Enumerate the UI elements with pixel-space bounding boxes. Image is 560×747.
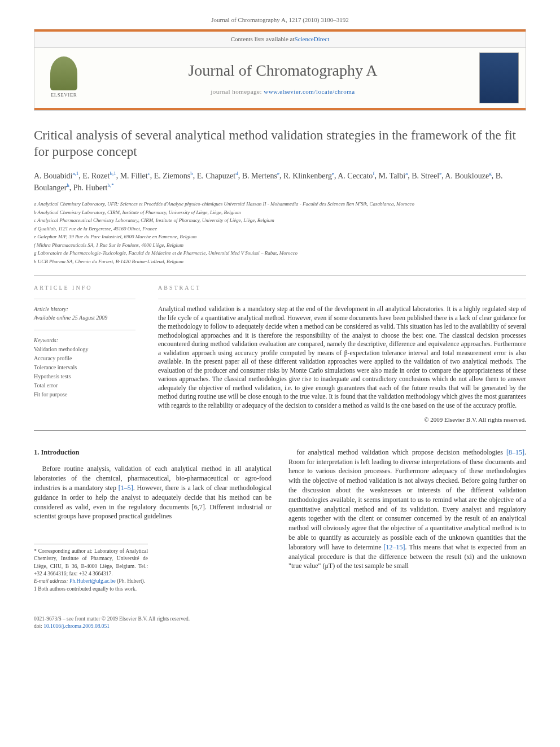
corresponding-email-link[interactable]: Ph.Hubert@ulg.ac.be bbox=[69, 578, 116, 584]
section-heading: 1. Introduction bbox=[34, 448, 272, 458]
history-line: Available online 25 August 2009 bbox=[34, 313, 135, 322]
body-paragraph: Before routine analysis, validation of e… bbox=[34, 464, 272, 521]
doi-prefix: doi: bbox=[34, 623, 42, 629]
authors-line: A. Bouabidia,1, E. Rozetb,1, M. Filletc,… bbox=[34, 170, 526, 194]
publisher-logo-block: ELSEVIER bbox=[41, 56, 86, 99]
email-label: E-mail address: bbox=[34, 578, 68, 584]
body-column-right: for analytical method validation which p… bbox=[288, 448, 526, 593]
keyword-item: Validation methodology bbox=[34, 345, 135, 354]
sciencedirect-link[interactable]: ScienceDirect bbox=[295, 35, 330, 43]
footnotes: * Corresponding author at: Laboratory of… bbox=[34, 544, 148, 593]
article-info-label: ARTICLE INFO bbox=[34, 284, 135, 292]
article-history: Article history: Available online 25 Aug… bbox=[34, 305, 135, 322]
affiliation-line: g Laboratoire de Pharmacologie-Toxicolog… bbox=[34, 250, 526, 257]
affiliation-line: c Analytical Pharmaceutical Chemistry La… bbox=[34, 217, 526, 225]
reference-link[interactable]: [1–5] bbox=[119, 484, 133, 492]
affiliation-line: f Mithra Pharmaceuticals SA, 1 Rue Sur l… bbox=[34, 242, 526, 250]
journal-homepage: journal homepage: www.elsevier.com/locat… bbox=[86, 88, 479, 96]
divider bbox=[34, 430, 526, 431]
abstract-label: ABSTRACT bbox=[158, 284, 526, 292]
doi-link[interactable]: 10.1016/j.chroma.2009.08.051 bbox=[43, 623, 110, 629]
keywords-block: Keywords: Validation methodologyAccuracy… bbox=[34, 336, 135, 399]
abstract-column: ABSTRACT Analytical method validation is… bbox=[158, 284, 526, 425]
email-line: E-mail address: Ph.Hubert@ulg.ac.be (Ph.… bbox=[34, 578, 148, 585]
affiliation-line: a Analytical Chemistry Laboratory, UFR: … bbox=[34, 200, 526, 208]
homepage-link[interactable]: www.elsevier.com/locate/chroma bbox=[264, 88, 355, 95]
keyword-item: Fit for purpose bbox=[34, 390, 135, 399]
body-columns: 1. Introduction Before routine analysis,… bbox=[34, 448, 526, 593]
journal-cover-thumbnail bbox=[479, 53, 519, 103]
running-header: Journal of Chromatography A, 1217 (2010)… bbox=[0, 0, 560, 29]
affiliation-line: d Qualilab, 1121 rue de la Bergeresse, 4… bbox=[34, 225, 526, 233]
keywords-label: Keywords: bbox=[34, 336, 135, 345]
page-footer: 0021-9673/$ – see front matter © 2009 El… bbox=[0, 615, 560, 648]
body-paragraph: for analytical method validation which p… bbox=[288, 448, 526, 571]
banner-main: ELSEVIER Journal of Chromatography A jou… bbox=[34, 48, 526, 108]
contents-line: Contents lists available at ScienceDirec… bbox=[34, 32, 526, 47]
section-number: 1. bbox=[34, 448, 39, 456]
article-title: Critical analysis of several analytical … bbox=[34, 128, 526, 160]
footer-copyright: 0021-9673/$ – see front matter © 2009 El… bbox=[34, 615, 526, 623]
affiliation-line: h UCB Pharma SA, Chemin du Foriest, B-14… bbox=[34, 258, 526, 266]
abstract-text: Analytical method validation is a mandat… bbox=[158, 305, 526, 410]
email-suffix: (Ph. Hubert). bbox=[117, 578, 145, 584]
elsevier-tree-icon bbox=[50, 56, 77, 90]
publisher-name: ELSEVIER bbox=[51, 91, 77, 99]
keyword-item: Accuracy profile bbox=[34, 354, 135, 363]
affiliations-list: a Analytical Chemistry Laboratory, UFR: … bbox=[34, 200, 526, 265]
body-column-left: 1. Introduction Before routine analysis,… bbox=[34, 448, 272, 593]
affiliation-line: e Galephar M/F, 39 Rue du Parc Industrie… bbox=[34, 233, 526, 241]
journal-banner: Contents lists available at ScienceDirec… bbox=[34, 29, 526, 110]
journal-name: Journal of Chromatography A bbox=[86, 59, 479, 81]
banner-center: Journal of Chromatography A journal home… bbox=[86, 56, 479, 99]
article-info-column: ARTICLE INFO Article history: Available … bbox=[34, 284, 135, 425]
reference-link[interactable]: [8–15] bbox=[506, 448, 524, 456]
reference-link[interactable]: [12–15] bbox=[384, 543, 405, 551]
section-title: Introduction bbox=[41, 448, 80, 456]
keyword-item: Total error bbox=[34, 381, 135, 390]
contents-prefix: Contents lists available at bbox=[231, 35, 295, 43]
keyword-item: Tolerance intervals bbox=[34, 363, 135, 372]
keyword-item: Hypothesis tests bbox=[34, 372, 135, 381]
equal-contribution-note: 1 Both authors contributed equally to th… bbox=[34, 586, 148, 593]
abstract-copyright: © 2009 Elsevier B.V. All rights reserved… bbox=[158, 416, 526, 424]
banner-bottom-bar bbox=[34, 108, 526, 110]
affiliation-line: b Analytical Chemistry Laboratory, CIRM,… bbox=[34, 209, 526, 217]
homepage-prefix: journal homepage: bbox=[211, 88, 264, 95]
divider bbox=[34, 276, 526, 276]
corresponding-author-note: * Corresponding author at: Laboratory of… bbox=[34, 548, 148, 578]
history-label: Article history: bbox=[34, 305, 135, 313]
